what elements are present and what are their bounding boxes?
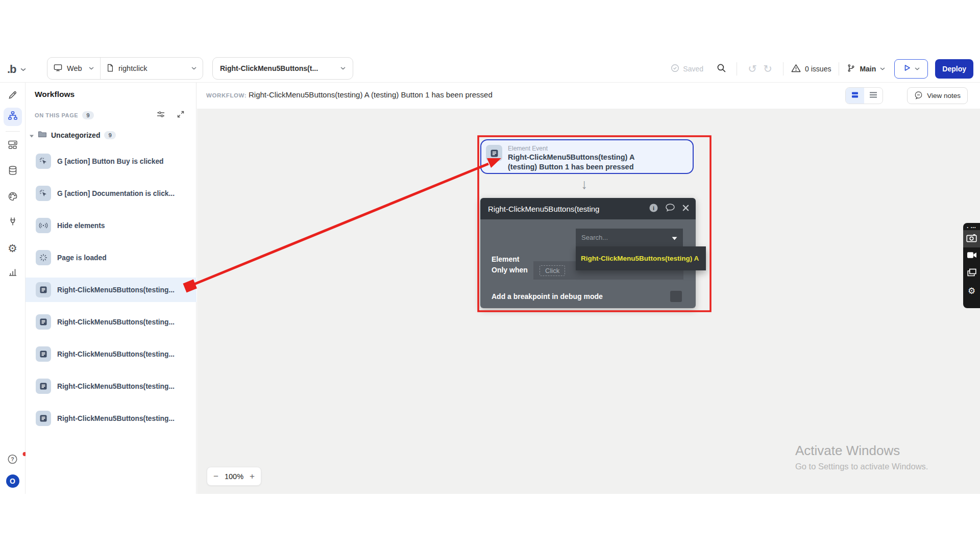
workflow-list-item[interactable]: Hide elements	[26, 213, 197, 238]
note-bubble-icon	[914, 91, 923, 101]
styles-tab[interactable]	[8, 191, 18, 204]
app-menu[interactable]: .b	[7, 60, 26, 79]
watermark-title: Activate Windows	[795, 443, 928, 459]
redo-button[interactable]: ↻	[760, 63, 775, 75]
issues-button[interactable]: 0 issues	[791, 64, 831, 74]
flow-down-arrow-icon: ↓	[581, 177, 588, 192]
undo-button[interactable]: ↺	[745, 63, 760, 75]
search-button[interactable]	[714, 61, 729, 77]
windows-capture-button[interactable]	[963, 265, 980, 282]
workflow-list-item[interactable]: Right-ClickMenu5Buttons(testing...	[26, 374, 197, 398]
cursor-click-icon	[36, 186, 51, 201]
broadcast-icon	[36, 218, 51, 233]
section-count-badge: 9	[82, 111, 93, 119]
workflow-list-item[interactable]: G [action] Documentation is click...	[26, 181, 197, 206]
platform-page-combo: Web rightclick	[47, 57, 203, 80]
folder-uncategorized[interactable]: Uncategorized 9	[30, 131, 116, 140]
preview-button[interactable]	[894, 59, 928, 79]
breakpoint-checkbox[interactable]	[670, 291, 682, 302]
components-tab[interactable]	[8, 139, 18, 152]
expand-panel-button[interactable]	[177, 110, 185, 120]
caret-down-icon	[672, 233, 677, 242]
video-camera-icon	[967, 252, 977, 261]
divider	[839, 62, 839, 76]
action-card-body: Element Search... Right-ClickMenu5Button…	[480, 219, 696, 308]
list-view-toggle[interactable]	[864, 88, 883, 104]
chevron-down-icon	[191, 67, 197, 70]
action-property-card: Right-ClickMenu5Buttons(testing i Elemen…	[480, 198, 696, 308]
workflow-list-item-selected[interactable]: Right-ClickMenu5Buttons(testing...	[26, 278, 197, 302]
element-field-label: Element	[492, 255, 519, 263]
chevron-down-icon	[20, 68, 26, 71]
view-notes-button[interactable]: View notes	[907, 87, 968, 104]
workflow-list-item[interactable]: Page is loaded	[26, 245, 197, 270]
bar-chart-icon	[8, 267, 18, 279]
breakpoint-label: Add a breakpoint in debug mode	[492, 292, 603, 300]
workflow-list-item[interactable]: Right-ClickMenu5Buttons(testing...	[26, 342, 197, 366]
capture-settings-button[interactable]: ⚙	[963, 282, 980, 299]
comment-bubble-icon[interactable]	[665, 203, 675, 214]
bubble-logo: .b	[7, 63, 16, 76]
page-dropdown[interactable]: rightclick	[101, 58, 203, 79]
event-node[interactable]: Element Event Right-ClickMenu5Buttons(te…	[480, 139, 694, 174]
branch-dropdown[interactable]: Main	[847, 64, 885, 74]
workflow-list-item[interactable]: Right-ClickMenu5Buttons(testing...	[26, 310, 197, 334]
logs-tab[interactable]	[8, 267, 18, 279]
panel-title: Workflows	[35, 90, 75, 99]
loader-icon	[36, 250, 51, 265]
layout-blocks-icon	[8, 139, 18, 152]
workflow-list-item[interactable]: G [action] Button Buy is clicked	[26, 149, 197, 173]
close-icon[interactable]	[682, 204, 690, 214]
element-dropdown-option[interactable]: Right-ClickMenu5Buttons(testing) A	[576, 246, 706, 270]
deploy-button[interactable]: Deploy	[935, 59, 973, 79]
zoom-out-button[interactable]: −	[213, 471, 218, 482]
on-this-page-section: ON THIS PAGE 9	[35, 111, 94, 119]
action-card-header[interactable]: Right-ClickMenu5Buttons(testing i	[480, 198, 696, 219]
element-search-dropdown[interactable]: Search...	[576, 229, 683, 246]
platform-dropdown[interactable]: Web	[47, 58, 101, 79]
workflow-selector-dropdown[interactable]: Right-ClickMenu5Buttons(t...	[212, 57, 353, 80]
platform-label: Web	[67, 64, 84, 72]
info-icon[interactable]: i	[649, 203, 658, 215]
workflows-panel: Workflows ON THIS PAGE 9 Uncategorized 9	[26, 83, 197, 494]
chevron-down-icon	[89, 67, 94, 70]
left-icon-rail: ⚙ ? O	[0, 83, 26, 494]
card-view-toggle[interactable]	[846, 88, 864, 104]
folder-count-badge: 9	[104, 131, 115, 139]
dot-icon: •	[967, 226, 969, 229]
workflow-note-icon	[486, 145, 502, 161]
workflow-tab[interactable]	[4, 108, 22, 126]
action-card-title: Right-ClickMenu5Buttons(testing	[488, 205, 641, 213]
question-circle-icon: ?	[7, 454, 18, 467]
design-tab[interactable]	[8, 90, 18, 102]
activate-windows-watermark: Activate Windows Go to Settings to activ…	[795, 443, 928, 471]
warning-triangle-icon	[791, 64, 801, 74]
help-button[interactable]: ?	[0, 454, 25, 467]
workflow-item-label: Hide elements	[57, 222, 105, 230]
workflow-note-icon	[36, 379, 51, 394]
canvas-header: WORKFLOW: Right-ClickMenu5Buttons(testin…	[197, 83, 980, 109]
zoom-in-button[interactable]: +	[250, 471, 255, 482]
settings-tab[interactable]: ⚙	[8, 243, 17, 254]
plugins-tab[interactable]	[8, 216, 18, 229]
screenshot-camera-button[interactable]	[963, 230, 980, 247]
data-tab[interactable]	[8, 165, 18, 178]
gear-icon: ⚙	[8, 243, 17, 254]
video-record-button[interactable]	[963, 247, 980, 265]
only-when-label: Only when	[492, 266, 528, 274]
workflow-item-label: Page is loaded	[57, 254, 107, 262]
caret-down-icon	[30, 131, 34, 140]
capture-tool-overlay: • ••• ⚙	[963, 223, 980, 308]
svg-text:i: i	[653, 205, 654, 211]
workflow-list-item[interactable]: Right-ClickMenu5Buttons(testing...	[26, 406, 197, 431]
save-status-label: Saved	[683, 65, 703, 73]
only-when-value[interactable]: Click	[540, 265, 565, 276]
chevron-down-icon	[340, 67, 346, 70]
capture-more-menu[interactable]: • •••	[963, 223, 980, 230]
database-icon	[8, 165, 18, 178]
event-title: Right-ClickMenu5Buttons(testing) A (test…	[508, 153, 634, 172]
filter-sliders-button[interactable]	[156, 110, 165, 120]
workflow-canvas[interactable]: Element Event Right-ClickMenu5Buttons(te…	[197, 109, 980, 494]
account-avatar[interactable]: O	[6, 474, 19, 488]
folder-name: Uncategorized	[51, 131, 100, 139]
